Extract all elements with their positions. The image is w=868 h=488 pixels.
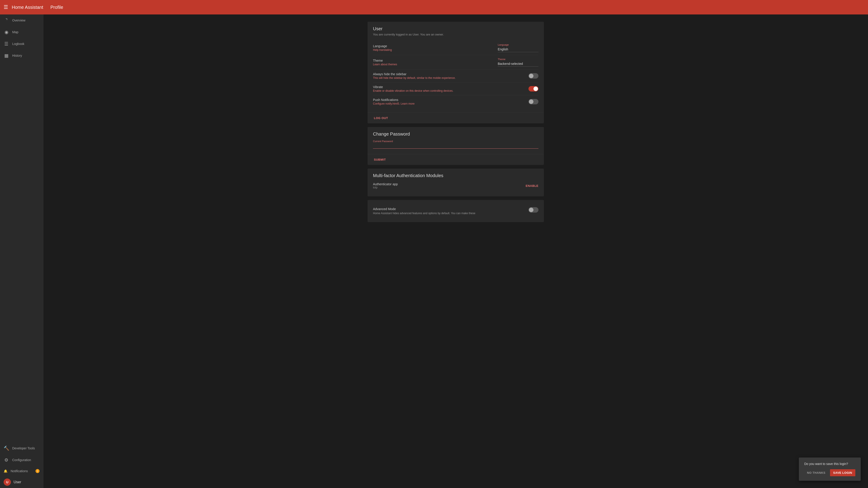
mfa-card: Multi-factor Authentication Modules Auth…: [368, 168, 544, 196]
developer-tools-icon: 🔨: [4, 446, 9, 451]
push-toggle-knob: [529, 99, 533, 104]
vibrate-toggle-desc: Enable or disable vibration on this devi…: [373, 89, 493, 92]
vibrate-toggle-knob: [533, 87, 538, 91]
push-toggle[interactable]: [528, 99, 538, 104]
topbar: ☰ Home Assistant Profile: [0, 0, 868, 14]
app-title: Home Assistant: [12, 5, 43, 10]
current-password-input[interactable]: [373, 143, 538, 149]
sidebar-toggle-row: Always hide the sidebar This will hide t…: [373, 70, 538, 83]
user-avatar: U: [4, 479, 11, 486]
language-label: Language: [373, 44, 493, 48]
save-login-text: Do you want to save this login?: [804, 462, 855, 466]
sidebar-item-logbook[interactable]: ☰ Logbook: [0, 38, 43, 50]
advanced-mode-title: Advanced Mode: [373, 207, 525, 211]
change-password-title: Change Password: [373, 131, 538, 137]
sidebar-item-map[interactable]: ◉ Map: [0, 26, 43, 38]
no-thanks-button[interactable]: NO THANKS: [804, 469, 828, 476]
change-password-card: Change Password Current Password SUBMIT: [368, 127, 544, 165]
sidebar-item-label-notifications: Notifications: [11, 469, 28, 473]
sidebar-toggle-knob: [529, 74, 533, 78]
sidebar-toggle[interactable]: [528, 73, 538, 78]
theme-row: Theme Learn about themes Theme Backend-s…: [373, 55, 538, 70]
language-dropdown-label: Language: [498, 43, 538, 46]
learn-about-themes-link[interactable]: Learn about themes: [373, 63, 397, 66]
submit-button[interactable]: SUBMIT: [371, 156, 389, 163]
enable-mfa-button[interactable]: ENABLE: [526, 184, 538, 188]
logbook-icon: ☰: [4, 41, 9, 46]
sidebar-item-label-user: User: [13, 480, 21, 484]
avatar-letter: U: [6, 480, 8, 484]
main-layout: ⌝ Overview ◉ Map ☰ Logbook ▦ History 🔨 D…: [0, 14, 868, 488]
notifications-icon: 🔔: [4, 469, 7, 473]
sidebar: ⌝ Overview ◉ Map ☰ Logbook ▦ History 🔨 D…: [0, 14, 43, 488]
push-notifications-desc: Configure notify.html5.: [373, 102, 400, 105]
theme-dropdown-label: Theme: [498, 58, 538, 61]
user-card-title: User: [373, 26, 538, 31]
sidebar-toggle-desc: This will hide the sidebar by default, s…: [373, 76, 493, 79]
sidebar-item-user[interactable]: U User: [0, 476, 43, 488]
sidebar-item-label-overview: Overview: [12, 19, 25, 22]
mfa-row: Authenticator app totp ENABLE: [373, 180, 538, 192]
advanced-mode-desc: Home Assistant hides advanced features a…: [373, 212, 525, 215]
advanced-mode-toggle-knob: [529, 207, 533, 212]
language-row: Language Help translating Language Engli…: [373, 41, 538, 55]
page-title: Profile: [51, 5, 63, 10]
content-area: User You are currently logged in as User…: [43, 14, 868, 488]
advanced-mode-card: Advanced Mode Home Assistant hides advan…: [368, 200, 544, 222]
vibrate-toggle-row: Vibrate Enable or disable vibration on t…: [373, 83, 538, 95]
sidebar-item-notifications[interactable]: 🔔 Notifications 1: [0, 466, 43, 476]
sidebar-item-label-dev: Developer Tools: [12, 447, 35, 450]
menu-icon[interactable]: ☰: [4, 4, 8, 10]
sidebar-item-history[interactable]: ▦ History: [0, 50, 43, 61]
advanced-mode-row: Advanced Mode Home Assistant hides advan…: [373, 204, 538, 218]
mfa-app-sub: totp: [373, 186, 526, 189]
mfa-app-name: Authenticator app: [373, 182, 526, 186]
save-login-actions: NO THANKS SAVE LOGIN: [804, 469, 855, 476]
user-card: User You are currently logged in as User…: [368, 22, 544, 123]
save-login-dialog: Do you want to save this login? NO THANK…: [799, 457, 861, 481]
sidebar-item-label-config: Configuration: [12, 458, 31, 462]
current-password-wrapper: Current Password: [373, 138, 538, 150]
language-select[interactable]: English: [498, 46, 538, 52]
vibrate-toggle[interactable]: [528, 86, 538, 92]
notifications-badge: 1: [35, 469, 39, 473]
sidebar-item-label-logbook: Logbook: [12, 42, 24, 46]
push-learn-more-link[interactable]: Learn more: [401, 102, 414, 105]
history-icon: ▦: [4, 53, 9, 58]
theme-label: Theme: [373, 59, 493, 62]
user-card-actions: LOG OUT: [368, 112, 544, 123]
advanced-mode-toggle[interactable]: [528, 207, 538, 213]
current-password-label: Current Password: [373, 140, 538, 142]
user-card-subtitle: You are currently logged in as User. You…: [373, 33, 538, 36]
mfa-card-title: Multi-factor Authentication Modules: [373, 173, 538, 178]
theme-dropdown-wrapper: Theme Backend-selected: [498, 58, 538, 67]
sidebar-item-label-map: Map: [12, 30, 18, 34]
vibrate-toggle-label: Vibrate: [373, 85, 493, 89]
save-login-button[interactable]: SAVE LOGIN: [830, 469, 855, 476]
theme-select[interactable]: Backend-selected: [498, 61, 538, 67]
language-dropdown-wrapper: Language English: [498, 43, 538, 52]
push-notifications-label: Push Notifications: [373, 98, 493, 102]
logout-button[interactable]: LOG OUT: [371, 115, 391, 122]
sidebar-item-overview[interactable]: ⌝ Overview: [0, 14, 43, 26]
help-translating-link[interactable]: Help translating: [373, 48, 392, 52]
push-notifications-row: Push Notifications Configure notify.html…: [373, 95, 538, 108]
sidebar-item-label-history: History: [12, 54, 22, 57]
overview-icon: ⌝: [4, 18, 9, 23]
configuration-icon: ⚙: [4, 457, 9, 463]
change-password-actions: SUBMIT: [368, 154, 544, 165]
sidebar-item-developer-tools[interactable]: 🔨 Developer Tools: [0, 442, 43, 454]
sidebar-toggle-label: Always hide the sidebar: [373, 72, 493, 76]
sidebar-item-configuration[interactable]: ⚙ Configuration: [0, 454, 43, 466]
map-icon: ◉: [4, 29, 9, 35]
